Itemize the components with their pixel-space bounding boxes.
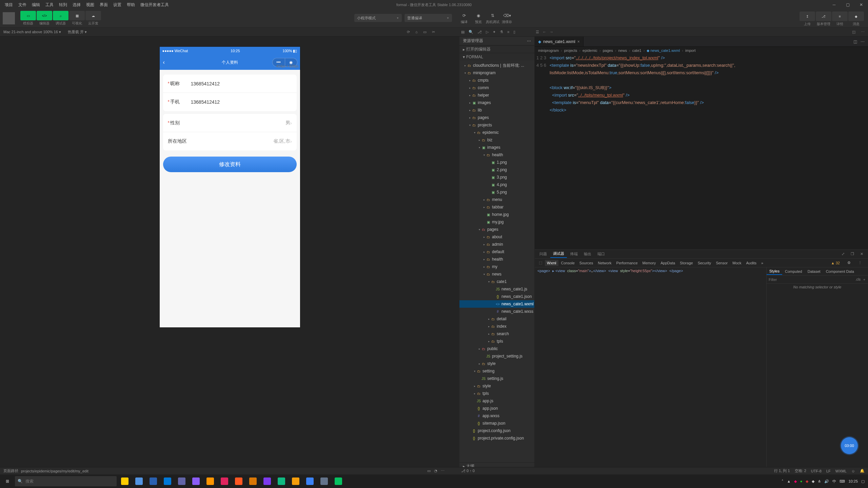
breadcrumbs[interactable]: miniprogram› projects› epidemic› pages› … — [535, 47, 868, 54]
upload-button[interactable]: ↥ — [800, 12, 815, 21]
tree-item[interactable]: ▸🗀style — [459, 360, 534, 367]
tree-item[interactable]: ▾🗀cate1 — [459, 278, 534, 285]
sidebar-files-icon[interactable]: ▤ — [461, 30, 465, 34]
subtab-audits[interactable]: Audits — [744, 260, 759, 266]
messages-button[interactable]: ◆ — [848, 12, 864, 21]
subtab-memory[interactable]: Memory — [640, 260, 658, 266]
phone-icon[interactable]: ▭ — [423, 30, 427, 34]
tree-item[interactable]: {}news_cate1.json — [459, 293, 534, 300]
styletab-dataset[interactable]: Dataset — [805, 268, 823, 274]
tray-wechat-icon[interactable]: ● — [800, 479, 803, 483]
window-maximize-button[interactable]: ▢ — [841, 0, 854, 9]
simulator-toggle-button[interactable]: ▭ — [20, 11, 36, 20]
window-minimize-button[interactable]: ─ — [827, 0, 841, 9]
split-editor-icon[interactable]: ◫ — [852, 30, 855, 34]
tree-item[interactable]: ▸🗀tpls — [459, 338, 534, 345]
tree-item[interactable]: ▾🗀projects — [459, 121, 534, 129]
tray-wifi-icon[interactable]: ⋔ — [818, 479, 821, 484]
more-icon[interactable]: ⋯ — [861, 39, 865, 44]
dt-tab-debugger[interactable]: 调试器 — [550, 250, 567, 258]
dt-settings-icon[interactable]: ⚙ — [845, 260, 853, 266]
menu-tools[interactable]: 工具 — [43, 1, 56, 8]
taskbar-app[interactable] — [146, 474, 160, 488]
language-mode[interactable]: WXML — [835, 469, 847, 473]
tree-item[interactable]: ▸🗀tabbar — [459, 203, 534, 211]
tree-item[interactable]: ▣3.png — [459, 174, 534, 181]
tree-item[interactable]: ▸🗀helper — [459, 92, 534, 99]
sidebar-debug-icon[interactable]: ▷ — [486, 30, 489, 34]
device-select[interactable]: Mac 21-inch and above 100% 16 ▾ — [3, 30, 61, 34]
taskbar-app[interactable] — [203, 474, 217, 488]
tree-item[interactable]: {}app.json — [459, 405, 534, 412]
taskbar-search-input[interactable] — [25, 479, 114, 484]
eol[interactable]: LF — [826, 469, 831, 473]
taskbar-app[interactable] — [317, 474, 331, 488]
dt-kebab-icon[interactable]: ⋮ — [856, 260, 864, 266]
field-gender[interactable]: *性别 男 › — [163, 114, 297, 132]
tree-item[interactable]: <>news_cate1.wxml — [459, 300, 534, 308]
compile-button[interactable]: ⟳ 编译 — [457, 12, 471, 24]
submit-button[interactable]: 修改资料 — [163, 157, 297, 172]
subtab-sensor[interactable]: Sensor — [714, 260, 730, 266]
menu-help[interactable]: 帮助 — [125, 1, 137, 8]
menu-file[interactable]: 文件 — [16, 1, 28, 8]
subtab-performance[interactable]: Performance — [614, 260, 640, 266]
tree-item[interactable]: ▸🗀lib — [459, 106, 534, 114]
tree-item[interactable]: ▾🗀pages — [459, 226, 534, 233]
subtab-appdata[interactable]: AppData — [658, 260, 677, 266]
project-avatar[interactable] — [3, 12, 15, 24]
subtab-console[interactable]: Console — [559, 260, 577, 266]
cut-icon[interactable]: ✂ — [432, 30, 435, 34]
tree-item[interactable]: ▾🗀setting — [459, 367, 534, 375]
code-lines[interactable]: <import src="../../../../../tpls/project… — [550, 54, 868, 249]
tree-item[interactable]: ▣1.png — [459, 159, 534, 166]
tree-item[interactable]: ▾🗀epidemic — [459, 129, 534, 136]
tree-item[interactable]: JSsetting.js — [459, 375, 534, 382]
tree-item[interactable]: ▸🗀cloudfunctions | 当前环境: ... — [459, 62, 534, 69]
tree-item[interactable]: {}sitemap.json — [459, 420, 534, 427]
tree-item[interactable]: ▸🗀public — [459, 345, 534, 352]
wxml-tree[interactable]: <page> ▸ <view class="main">…</view> <vi… — [535, 267, 766, 470]
taskbar-search[interactable]: 🔍 — [15, 476, 117, 486]
editor-forward-icon[interactable]: → — [550, 30, 553, 34]
hot-reload-toggle[interactable]: 热重载 开 ▾ — [68, 29, 87, 35]
details-button[interactable]: ≡ — [832, 12, 848, 21]
taskbar-app[interactable] — [260, 474, 274, 488]
menu-select[interactable]: 选择 — [71, 1, 83, 8]
tree-item[interactable]: ▸🗀cmpts — [459, 77, 534, 84]
taskbar-app[interactable] — [118, 474, 132, 488]
more-editor-icon[interactable]: ⋯ — [861, 30, 865, 34]
page-path-value[interactable]: projects/epidemic/pages/my/edit/my_edit — [21, 469, 88, 473]
inspect-icon[interactable]: ⬚ — [537, 260, 544, 266]
cloud-dev-button[interactable]: ☁ — [85, 11, 101, 20]
tree-item[interactable]: JSapp.js — [459, 397, 534, 405]
tree-item[interactable]: ▸🗀admin — [459, 241, 534, 248]
indent-setting[interactable]: 空格: 2 — [795, 468, 806, 473]
tray-app3-icon[interactable]: ◆ — [812, 479, 814, 484]
taskbar-app[interactable] — [332, 474, 345, 488]
subtab-more[interactable]: » — [759, 260, 765, 266]
taskbar-app[interactable] — [289, 474, 302, 488]
sidebar-search-icon[interactable]: 🔍 — [469, 30, 473, 34]
dt-tab-ports[interactable]: 端口 — [595, 250, 608, 258]
tray-chevron-icon[interactable]: ˄ — [782, 479, 784, 484]
dt-tab-terminal[interactable]: 终端 — [568, 250, 580, 258]
editor-sidebar-icon[interactable]: ☰ — [536, 30, 539, 34]
field-region[interactable]: 所在地区 省,区,市 › — [163, 132, 297, 150]
subtab-sources[interactable]: Sources — [577, 260, 595, 266]
tray-app2-icon[interactable]: ◆ — [806, 479, 808, 484]
subtab-security[interactable]: Security — [696, 260, 713, 266]
menu-go[interactable]: 转到 — [57, 1, 69, 8]
encoding[interactable]: UTF-8 — [811, 469, 822, 473]
tree-item[interactable]: ▸🗀default — [459, 248, 534, 256]
editor-tab-active[interactable]: ◆ news_cate1.wxml × — [535, 37, 584, 46]
dt-tab-problems[interactable]: 问题 — [537, 250, 550, 258]
layout-icon[interactable]: ◫ — [853, 39, 857, 44]
dt-tab-output[interactable]: 输出 — [581, 250, 594, 258]
git-status[interactable]: ⎇ 0 ↑ 0 — [461, 469, 475, 473]
sim-status-1[interactable]: ▭ — [427, 469, 431, 473]
tree-item[interactable]: ▣home.jpg — [459, 211, 534, 218]
window-close-button[interactable]: ✕ — [854, 0, 868, 9]
tree-item[interactable]: ▸🗀menu — [459, 196, 534, 203]
tree-item[interactable]: ▸🗀detail — [459, 315, 534, 323]
